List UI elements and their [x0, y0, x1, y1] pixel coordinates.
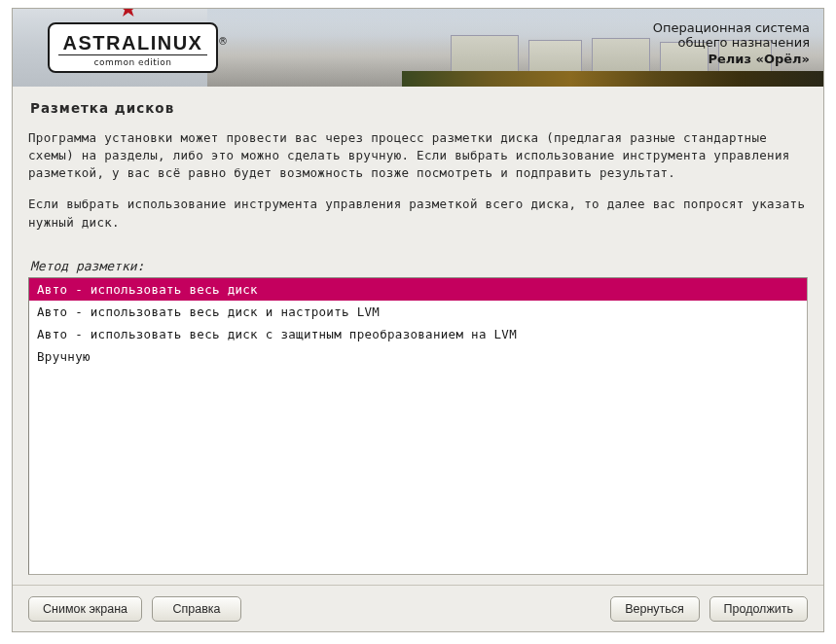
description-para1: Программа установки может провести вас ч…: [28, 129, 808, 182]
method-listbox[interactable]: Авто - использовать весь дискАвто - испо…: [28, 277, 808, 575]
back-button[interactable]: Вернуться: [610, 596, 700, 622]
registered-icon: ®: [218, 36, 228, 47]
method-option[interactable]: Авто - использовать весь диск: [29, 278, 807, 301]
description-para2: Если выбрать использование инструмента у…: [28, 196, 808, 231]
footer-bar: Снимок экрана Справка Вернуться Продолжи…: [13, 585, 823, 631]
help-button[interactable]: Справка: [152, 596, 241, 622]
method-label: Метод разметки:: [30, 259, 808, 273]
installer-window: ★ ASTRALINUX common edition ® Операционн…: [12, 8, 824, 632]
method-option[interactable]: Вручную: [29, 345, 807, 368]
page-description: Программа установки может провести вас ч…: [28, 129, 808, 245]
header-banner: ★ ASTRALINUX common edition ® Операционн…: [13, 9, 823, 87]
method-option[interactable]: Авто - использовать весь диск с защитным…: [29, 323, 807, 345]
header-tagline: Операционная система общего назначения Р…: [653, 20, 810, 66]
brand-name: ASTRALINUX: [63, 32, 203, 54]
screenshot-button[interactable]: Снимок экрана: [28, 596, 142, 622]
brand-logo: ASTRALINUX common edition ®: [48, 22, 218, 73]
continue-button[interactable]: Продолжить: [709, 596, 808, 622]
star-icon: ★: [118, 9, 139, 22]
tagline-line2: общего назначения: [653, 35, 810, 50]
brand-edition: common edition: [58, 54, 208, 67]
main-content: Разметка дисков Программа установки може…: [13, 87, 823, 585]
page-title: Разметка дисков: [30, 100, 808, 116]
tagline-line1: Операционная система: [653, 20, 810, 35]
release-label: Релиз «Орёл»: [653, 52, 810, 66]
method-option[interactable]: Авто - использовать весь диск и настроит…: [29, 301, 807, 323]
